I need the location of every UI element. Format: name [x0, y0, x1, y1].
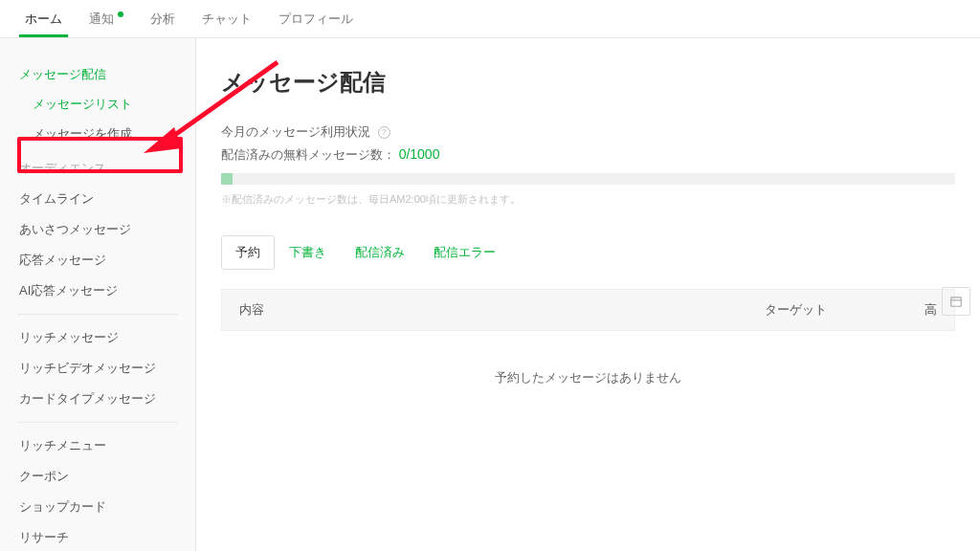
sidebar-item-card-type[interactable]: カードタイプメッセージ [0, 384, 195, 414]
count-label: 配信済みの無料メッセージ数： [221, 147, 395, 162]
col-target: ターゲット [765, 301, 908, 319]
sidebar-item-timeline[interactable]: タイムライン [0, 184, 195, 214]
count-line: 配信済みの無料メッセージ数： 0/1000 [221, 146, 955, 164]
sidebar-label: カードタイプメッセージ [19, 391, 156, 406]
calendar-icon [949, 295, 963, 308]
filter-tabs: 予約 下書き 配信済み 配信エラー [221, 235, 955, 270]
sidebar-item-shop-card[interactable]: ショップカード [0, 492, 195, 522]
usage-row: 今月のメッセージ利用状況 ? [221, 124, 955, 141]
filter-tab-reserved[interactable]: 予約 [221, 235, 275, 270]
sidebar-label: リッチメニュー [19, 438, 106, 452]
filter-tab-error[interactable]: 配信エラー [419, 235, 510, 270]
tab-label: チャット [202, 11, 252, 28]
main-content: メッセージ配信 今月のメッセージ利用状況 ? 配信済みの無料メッセージ数： 0/… [196, 38, 980, 551]
ftab-label: 下書き [289, 245, 326, 259]
progress-fill [221, 173, 233, 185]
sidebar-item-rich-video[interactable]: リッチビデオメッセージ [0, 353, 195, 384]
tab-label: 通知 [89, 11, 114, 28]
sidebar-item-ai-reply[interactable]: AI応答メッセージ [0, 276, 195, 306]
tab-analytics[interactable]: 分析 [137, 0, 189, 37]
tab-chat[interactable]: チャット [189, 0, 265, 37]
empty-message: 予約したメッセージはありません [221, 331, 955, 425]
help-icon[interactable]: ? [378, 126, 390, 139]
top-tabs: ホーム 通知 分析 チャット プロフィール [0, 0, 980, 38]
usage-label: 今月のメッセージ利用状況 [221, 125, 370, 139]
tab-label: 分析 [150, 11, 175, 28]
sidebar-label: AI応答メッセージ [19, 283, 118, 298]
col-extra: 高 [908, 301, 937, 319]
ftab-label: 予約 [235, 245, 260, 259]
sidebar: メッセージ配信 メッセージリスト メッセージを作成 オーディエンス タイムライン… [0, 38, 196, 551]
tab-home[interactable]: ホーム [11, 0, 76, 37]
sidebar-label: タイムライン [19, 191, 94, 206]
col-content: 内容 [239, 301, 765, 319]
sidebar-item-greeting[interactable]: あいさつメッセージ [0, 214, 195, 245]
table-header: 内容 ターゲット 高 [221, 289, 955, 331]
sidebar-label: メッセージを作成 [33, 127, 132, 141]
sidebar-label: クーポン [19, 469, 69, 483]
sidebar-label: リサーチ [19, 530, 69, 544]
count-value: 0/1000 [399, 146, 440, 162]
progress-bar [221, 173, 955, 185]
page-title: メッセージ配信 [221, 67, 955, 98]
svg-rect-0 [951, 298, 962, 306]
tab-label: プロフィール [278, 11, 353, 28]
sidebar-item-auto-reply[interactable]: 応答メッセージ [0, 245, 195, 276]
sidebar-item-rich-menu[interactable]: リッチメニュー [0, 430, 195, 461]
sidebar-item-create-message[interactable]: メッセージを作成 [0, 120, 195, 149]
tab-profile[interactable]: プロフィール [265, 0, 367, 37]
ftab-label: 配信エラー [434, 245, 496, 259]
filter-tab-sent[interactable]: 配信済み [341, 235, 419, 270]
sidebar-item-rich-message[interactable]: リッチメッセージ [0, 322, 195, 353]
sidebar-label: ショップカード [19, 499, 106, 514]
sidebar-item-message-list[interactable]: メッセージリスト [0, 90, 195, 120]
sidebar-label: メッセージリスト [33, 98, 132, 111]
sidebar-label: リッチメッセージ [19, 330, 119, 344]
sidebar-item-coupon[interactable]: クーポン [0, 461, 195, 492]
notification-dot-icon [118, 11, 123, 17]
sidebar-divider [17, 314, 178, 315]
filter-tab-draft[interactable]: 下書き [275, 235, 341, 270]
tab-notifications[interactable]: 通知 [76, 0, 137, 37]
date-filter-button[interactable] [942, 287, 970, 316]
usage-note: ※配信済みのメッセージ数は、毎日AM2:00頃に更新されます。 [221, 192, 955, 207]
sidebar-item-message-delivery[interactable]: メッセージ配信 [0, 59, 195, 90]
ftab-label: 配信済み [355, 245, 405, 259]
tab-label: ホーム [25, 11, 62, 28]
sidebar-label: 応答メッセージ [19, 253, 106, 267]
sidebar-label: オーディエンス [19, 161, 106, 175]
sidebar-divider [17, 422, 178, 423]
sidebar-label: あいさつメッセージ [19, 222, 131, 236]
sidebar-label: メッセージ配信 [19, 67, 106, 81]
sidebar-item-audience[interactable]: オーディエンス [0, 153, 195, 184]
sidebar-item-research[interactable]: リサーチ [0, 522, 195, 551]
sidebar-label: リッチビデオメッセージ [19, 361, 156, 375]
